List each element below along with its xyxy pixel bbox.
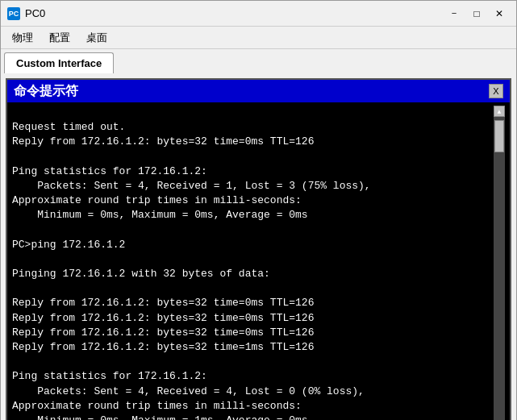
terminal-line-6: Minimum = 0ms, Maximum = 0ms, Average = … xyxy=(12,209,308,221)
terminal-line-12: Reply from 172.16.1.2: bytes=32 time=0ms… xyxy=(12,297,314,309)
scrollbar-track xyxy=(494,117,505,420)
terminal-line-4: Packets: Sent = 4, Received = 1, Lost = … xyxy=(12,180,371,192)
terminal-line-0: Request timed out. xyxy=(12,121,125,133)
menu-item-physics[interactable]: 物理 xyxy=(4,27,41,48)
terminal-line-18: Packets: Sent = 4, Received = 4, Lost = … xyxy=(12,385,365,397)
terminal-line-2 xyxy=(12,151,19,163)
window-title: PC0 xyxy=(25,7,444,19)
menu-item-desktop[interactable]: 桌面 xyxy=(78,27,115,48)
terminal-line-3: Ping statistics for 172.16.1.2: xyxy=(12,165,207,177)
terminal-scrollbar: ▲ ▼ xyxy=(494,106,505,420)
terminal-line-10: Pinging 172.16.1.2 with 32 bytes of data… xyxy=(12,268,270,280)
window-icon: PC xyxy=(7,7,20,20)
maximize-button[interactable]: □ xyxy=(466,6,487,22)
terminal-line-19: Approximate round trip times in milli-se… xyxy=(12,400,302,412)
terminal-line-15: Reply from 172.16.1.2: bytes=32 time=1ms… xyxy=(12,341,314,353)
terminal-content: Request timed out. Reply from 172.16.1.2… xyxy=(12,106,494,420)
menu-item-config[interactable]: 配置 xyxy=(41,27,78,48)
terminal-window: 命令提示符 X Request timed out. Reply from 17… xyxy=(6,78,511,420)
terminal-close-button[interactable]: X xyxy=(489,84,503,98)
terminal-body[interactable]: Request timed out. Reply from 172.16.1.2… xyxy=(7,102,510,420)
terminal-line-9 xyxy=(12,253,19,265)
content-area: 命令提示符 X Request timed out. Reply from 17… xyxy=(1,73,516,420)
tab-bar: Custom Interface xyxy=(1,49,516,73)
terminal-line-20: Minimum = 0ms, Maximum = 1ms, Average = … xyxy=(12,414,308,420)
terminal-line-17: Ping statistics for 172.16.1.2: xyxy=(12,370,207,382)
menu-bar: 物理 配置 桌面 xyxy=(1,27,516,49)
terminal-title: 命令提示符 xyxy=(14,83,78,100)
tab-custom-interface[interactable]: Custom Interface xyxy=(4,52,114,73)
close-button[interactable]: ✕ xyxy=(489,6,510,22)
terminal-title-bar: 命令提示符 X xyxy=(7,80,510,102)
terminal-line-7 xyxy=(12,224,19,236)
terminal-line-11 xyxy=(12,282,19,294)
terminal-line-14: Reply from 172.16.1.2: bytes=32 time=0ms… xyxy=(12,326,314,339)
terminal-line-8: PC>ping 172.16.1.2 xyxy=(12,239,125,251)
terminal-line-13: Reply from 172.16.1.2: bytes=32 time=0ms… xyxy=(12,312,314,324)
terminal-line-16 xyxy=(12,356,19,368)
main-window: PC PC0 － □ ✕ 物理 配置 桌面 Custom Interface 命… xyxy=(0,0,517,420)
window-controls: － □ ✕ xyxy=(444,6,510,22)
minimize-button[interactable]: － xyxy=(444,6,465,22)
terminal-line-1: Reply from 172.16.1.2: bytes=32 time=0ms… xyxy=(12,135,314,148)
title-bar: PC PC0 － □ ✕ xyxy=(1,1,516,27)
scrollbar-up-button[interactable]: ▲ xyxy=(494,106,505,117)
terminal-line-5: Approximate round trip times in milli-se… xyxy=(12,194,302,206)
scrollbar-thumb[interactable] xyxy=(494,120,504,152)
